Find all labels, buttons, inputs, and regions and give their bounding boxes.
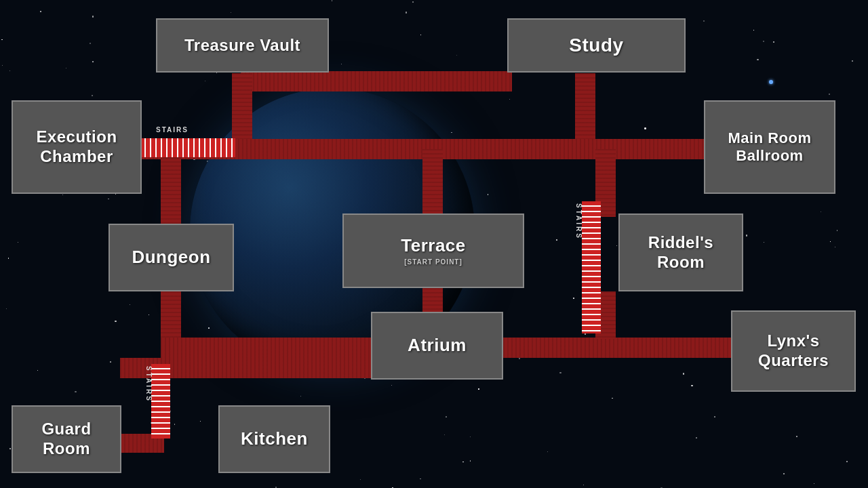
corridor-treasure-down <box>232 73 252 148</box>
room-treasure-vault[interactable]: Treasure Vault <box>156 18 329 73</box>
blue-star-detail <box>769 80 773 84</box>
room-label-dungeon: Dungeon <box>132 247 210 268</box>
room-label-riddel: Riddel'sRoom <box>648 233 713 272</box>
room-kitchen[interactable]: Kitchen <box>218 405 330 473</box>
room-terrace[interactable]: Terrace [START POINT] <box>342 214 524 288</box>
room-main-ballroom[interactable]: Main RoomBallroom <box>704 100 835 194</box>
stairs-execution <box>140 138 235 157</box>
room-riddels-room[interactable]: Riddel'sRoom <box>618 214 743 291</box>
room-label-lynx: Lynx'sQuarters <box>758 331 829 371</box>
stairs-label-dungeon: STAIRS <box>145 366 153 403</box>
corridor-dungeon-up <box>161 149 181 225</box>
room-label-atrium: Atrium <box>408 335 467 356</box>
room-dungeon[interactable]: Dungeon <box>108 224 234 291</box>
room-label-treasure-vault: Treasure Vault <box>184 36 300 56</box>
room-guard-room[interactable]: GuardRoom <box>12 405 121 473</box>
corridor-study-down <box>575 73 595 148</box>
stairs-dungeon <box>151 364 170 439</box>
room-label-kitchen: Kitchen <box>241 428 308 449</box>
room-label-ballroom: Main RoomBallroom <box>728 129 811 165</box>
room-sublabel-terrace: [START POINT] <box>404 258 462 266</box>
room-label-study: Study <box>569 34 623 57</box>
room-label-guard: GuardRoom <box>41 420 91 459</box>
room-study[interactable]: Study <box>507 18 686 73</box>
corridor-atrium-right <box>503 338 737 358</box>
room-lynxs-quarters[interactable]: Lynx'sQuarters <box>731 310 856 392</box>
room-label-terrace: Terrace <box>401 235 466 256</box>
corridor-top-h <box>241 71 512 92</box>
corridor-terrace-up <box>422 149 443 215</box>
corridor-terrace-down <box>422 288 443 314</box>
corridor-atrium-left <box>161 338 372 358</box>
stairs-riddel <box>582 201 601 333</box>
room-execution-chamber[interactable]: ExecutionChamber <box>12 100 142 194</box>
stairs-label-execution: STAIRS <box>156 126 189 134</box>
room-label-execution: ExecutionChamber <box>36 127 117 167</box>
stairs-label-riddel: STAIRS <box>575 203 583 240</box>
room-atrium[interactable]: Atrium <box>371 312 503 380</box>
